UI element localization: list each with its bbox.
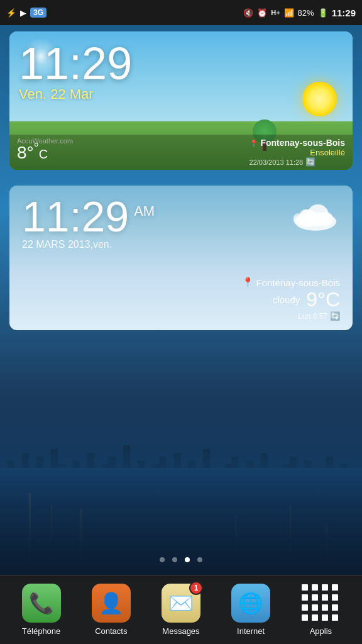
phone-label: Téléphone [22,626,60,636]
dock-item-phone[interactable]: 📞 Téléphone [10,584,73,636]
alarm-icon: ⏰ [257,8,267,18]
location-marker-icon: 📍 [242,277,254,288]
water-reflections [0,468,362,581]
page-dot-1[interactable] [160,557,165,562]
dock-item-apps[interactable]: Applis [289,584,352,636]
widget1-bottom-bar: 8°°C 📍 Fontenay-sous-Bois Ensoleillé 22/… [9,135,353,170]
wallpaper: 11:29 Ven. 22 Mar AccuWeather.com 8°°C 📍… [0,25,362,644]
widget1-condition: Ensoleillé [250,148,345,157]
widget2-ampm: AM [134,204,155,218]
widget1-clock: 11:29 [19,41,343,86]
widget2-clock: 11:29 AM [22,195,340,238]
signal-icon: 📶 [284,8,294,18]
page-dot-3[interactable] [185,557,190,562]
widget1-temperature: 8°°C [17,141,48,163]
phone-glyph: 📞 [29,591,54,615]
mute-icon: 🔇 [243,8,253,18]
messages-glyph: ✉️ [168,591,194,615]
page-dot-4[interactable] [197,557,202,562]
internet-glyph: 🌐 [238,591,263,615]
apps-icon[interactable] [301,584,340,623]
contacts-icon[interactable]: 👤 [92,584,131,623]
widget1-location: 📍 Fontenay-sous-Bois [250,138,345,148]
contacts-label: Contacts [95,626,127,636]
hplus-icon: H+ [271,9,280,16]
widget2-refresh-icon[interactable]: 🔄 [330,311,340,321]
widget1-date: Ven. 22 Mar [19,86,343,103]
weather-widget-1: 11:29 Ven. 22 Mar AccuWeather.com 8°°C 📍… [9,31,353,170]
status-time: 11:29 [332,8,356,18]
widget2-temperature: 9°C [306,288,340,311]
internet-label: Internet [237,626,265,636]
dock-item-contacts[interactable]: 👤 Contacts [80,584,143,636]
status-left-icons: ⚡ ▶ 3G [6,8,47,18]
city-skyline [0,430,362,506]
dock-item-internet[interactable]: 🌐 Internet [219,584,282,636]
phone-icon[interactable]: 📞 [22,584,61,623]
battery-text: 82% [298,8,314,18]
page-dot-2[interactable] [172,557,177,562]
play-icon: ▶ [20,8,26,18]
messages-icon[interactable]: ✉️ 1 [162,584,200,623]
status-right-icons: 🔇 ⏰ H+ 📶 82% 🔋 11:29 [243,8,356,18]
status-bar: ⚡ ▶ 3G 🔇 ⏰ H+ 📶 82% 🔋 11:29 [0,0,362,25]
page-indicator [160,557,202,562]
water-area [0,468,362,581]
app-dock: 📞 Téléphone 👤 Contacts ✉️ 1 Messages 🌐 I… [0,575,362,644]
usb-icon: ⚡ [6,8,16,18]
location-pin-icon: 📍 [250,140,258,147]
widget2-location: 📍 Fontenay-sous-Bois [242,277,340,288]
widget1-location-block: 📍 Fontenay-sous-Bois Ensoleillé 22/03/20… [250,138,345,167]
apps-grid [302,584,339,622]
widget2-bottom: 📍 Fontenay-sous-Bois cloudy 9°C Lun 6:57… [242,277,340,321]
widget2-date: 22 MARS 2013,ven. [22,239,340,250]
apps-label: Applis [310,626,332,636]
widget2-condition: cloudy [273,294,300,305]
battery-icon: 🔋 [318,8,328,18]
dock-item-messages[interactable]: ✉️ 1 Messages [150,584,212,636]
messages-label: Messages [162,626,199,636]
refresh-icon[interactable]: 🔄 [305,157,315,167]
internet-icon[interactable]: 🌐 [231,584,270,623]
widget2-sunrise: Lun 6:57 🔄 [242,311,340,321]
widget1-updated: 22/03/2013 11:28 🔄 [250,157,345,167]
contacts-glyph: 👤 [99,591,124,615]
weather-widget-2: 11:29 AM 22 MARS 2013,ven. 📍 Fontenay-so… [9,186,353,330]
messages-badge: 1 [189,581,203,595]
3g-badge: 3G [30,8,47,18]
